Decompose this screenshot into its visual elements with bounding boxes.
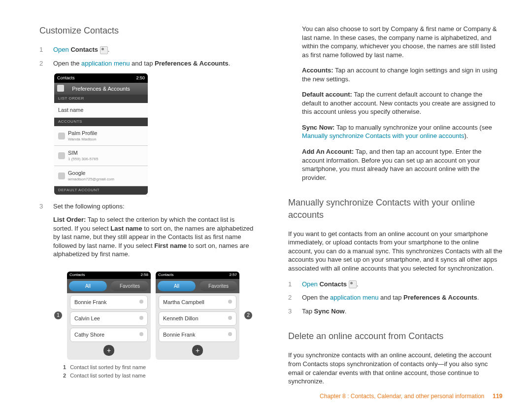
add-icon: + — [103, 345, 114, 356]
google-icon — [58, 172, 65, 179]
heading-customize-contacts: Customize Contacts — [39, 25, 254, 36]
phone-last-name-sort: Contacts2:57 AllFavorites Martha Campbel… — [156, 272, 239, 360]
heading-manual-sync: Manually synchronize Contacts with your … — [288, 197, 502, 221]
step-1b: 1 Open Contacts . — [288, 280, 502, 289]
step-number: 3 — [39, 202, 44, 266]
contacts-icon — [349, 280, 357, 288]
phone-screenshot-preferences: Contacts 2:50 Preferences & Accounts LIS… — [54, 73, 148, 194]
manual-sync-description: If you want to get contacts from an onli… — [288, 230, 502, 273]
account-row: Googlewmadison725@gmail.com — [54, 166, 148, 186]
page-number: 119 — [493, 393, 502, 400]
contact-row: Martha Campbell — [159, 295, 236, 309]
account-row: SIM1 (559) 306-5765 — [54, 146, 148, 166]
contacts-label: Contacts — [69, 46, 98, 53]
list-order-row: Last name — [54, 103, 148, 118]
palm-icon — [58, 133, 65, 139]
step-text: Open Contacts . — [53, 45, 254, 54]
default-account-description: Default account: Tap the current default… — [288, 90, 502, 116]
step-text: Set the following options: List Order: T… — [53, 202, 254, 266]
contacts-icon — [100, 46, 108, 54]
app-menu-link[interactable]: application menu — [330, 294, 378, 301]
contacts-icon — [57, 85, 64, 92]
page-footer: Chapter 8 : Contacts, Calendar, and othe… — [320, 392, 502, 400]
step-3b: 3 Tap Sync Now. — [288, 307, 502, 316]
step-number: 2 — [39, 59, 44, 68]
open-link[interactable]: Open — [53, 46, 69, 53]
contact-row: Calvin Lee — [70, 311, 148, 326]
step-1: 1 Open Contacts . — [39, 45, 254, 54]
right-column: You can also choose to sort by Company &… — [288, 25, 502, 393]
step-2b: 2 Open the application menu and tap Pref… — [288, 293, 502, 302]
contact-row: Bonnie Frank — [70, 295, 148, 309]
add-icon: + — [192, 345, 203, 356]
step-text: Open the application menu and tap Prefer… — [53, 59, 254, 68]
phone-first-name-sort: Contacts2:58 AllFavorites Bonnie Frank C… — [67, 272, 151, 360]
sync-now-description: Sync Now: Tap to manually synchronize yo… — [288, 123, 502, 140]
list-order-description: List Order: Tap to select the criterion … — [53, 215, 254, 259]
account-row: Palm ProfileWanda Madison — [54, 126, 148, 146]
left-column: Customize Contacts 1 Open Contacts . 2 O… — [39, 25, 254, 393]
chapter-label: Chapter 8 : Contacts, Calendar, and othe… — [320, 393, 484, 400]
heading-delete-account: Delete an online account from Contacts — [288, 330, 502, 342]
caption-list: 1Contact list sorted by first name 2Cont… — [63, 364, 254, 379]
step-number: 1 — [39, 45, 44, 54]
step-3: 3 Set the following options: List Order:… — [39, 202, 254, 266]
callout-2: 2 — [244, 311, 252, 319]
add-account-description: Add An Account: Tap, and then tap an acc… — [288, 147, 502, 182]
sort-description: You can also choose to sort by Company &… — [288, 25, 502, 59]
delete-account-description: If you synchronize contacts with an onli… — [288, 351, 502, 385]
sync-link[interactable]: Manually synchronize Contacts with your … — [302, 132, 465, 139]
accounts-description: Accounts: Tap an account to change login… — [288, 66, 502, 83]
step-2: 2 Open the application menu and tap Pref… — [39, 59, 254, 68]
phone-screenshot-pair: 1 Contacts2:58 AllFavorites Bonnie Frank… — [54, 272, 254, 360]
callout-1: 1 — [54, 311, 62, 319]
contact-row: Kenneth Dillon — [159, 311, 236, 326]
sim-icon — [58, 152, 65, 159]
open-link[interactable]: Open — [302, 280, 318, 288]
contact-row: Cathy Shore — [70, 328, 148, 342]
app-menu-link[interactable]: application menu — [81, 60, 130, 67]
contact-row: Bonnie Frank — [159, 328, 236, 342]
